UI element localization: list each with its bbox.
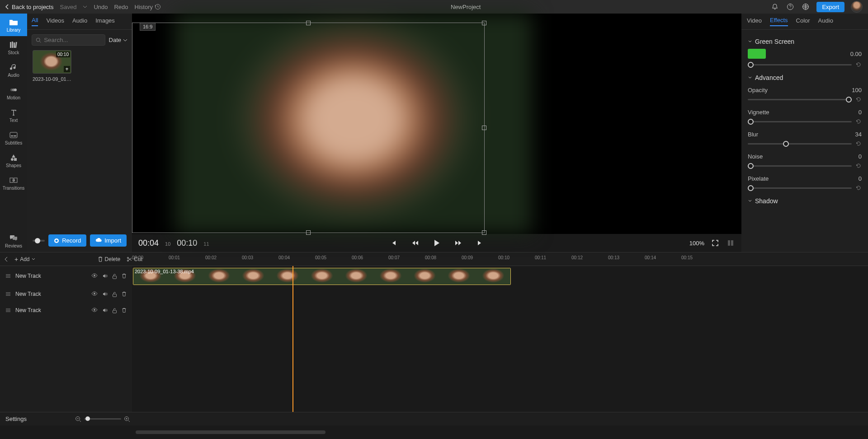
record-button[interactable]: Record [48,234,86,247]
sort-dropdown[interactable]: Date [109,37,127,43]
noise-slider[interactable] [748,165,852,167]
lib-tab-all[interactable]: All [32,17,38,26]
reset-button[interactable] [855,118,862,125]
forward-button[interactable] [454,238,463,248]
trash-icon[interactable] [122,273,127,279]
back-to-projects[interactable]: Back to projects [5,4,54,10]
track-name[interactable]: New Track [15,307,41,313]
vignette-slider[interactable] [748,121,852,122]
skip-start-button[interactable] [389,238,398,248]
sidebar-item-library[interactable]: Library [0,14,27,36]
history-button[interactable]: History [135,4,161,10]
green-screen-swatch[interactable] [748,49,766,59]
sidebar-item-audio[interactable]: Audio [0,59,27,81]
track-name[interactable]: New Track [15,291,41,297]
lock-icon[interactable] [112,273,117,279]
sidebar-item-subtitles[interactable]: Subtitles [0,126,27,149]
preview-canvas[interactable]: 16:9 [132,14,741,234]
rp-tab-video[interactable]: Video [747,17,762,26]
lock-icon[interactable] [112,291,117,297]
shadow-section[interactable]: Shadow [748,197,862,205]
reset-button[interactable] [855,163,862,169]
track-name[interactable]: New Track [15,273,41,279]
lock-icon[interactable] [112,308,117,313]
rewind-button[interactable] [410,238,420,248]
sidebar-item-transitions[interactable]: Transitions [0,172,27,194]
mute-icon[interactable] [102,273,108,279]
lib-tab-videos[interactable]: Videos [46,17,64,26]
resize-handle-bottom[interactable] [306,230,311,235]
sidebar-item-shapes[interactable]: Shapes [0,149,27,172]
zoom-out-icon[interactable] [75,416,81,422]
rp-tab-color[interactable]: Color [796,17,810,26]
saved-dropdown-icon[interactable] [83,5,87,8]
trash-icon[interactable] [122,291,127,297]
thumbnail-zoom-slider[interactable] [33,240,45,242]
drag-handle-icon[interactable] [5,308,11,313]
fullscreen-button[interactable] [711,238,720,248]
lib-tab-images[interactable]: Images [95,17,115,26]
sidebar-item-motion[interactable]: Motion [0,81,27,104]
opacity-slider[interactable] [748,99,852,100]
preview-zoom[interactable]: 100% [689,240,704,247]
timeline-clip[interactable]: 2023-10-09_01-13-38.mp4 [133,268,511,285]
sidebar-item-reviews[interactable]: Reviews [0,229,27,252]
playhead[interactable] [292,266,293,412]
reset-button[interactable] [855,61,862,68]
rp-tab-audio[interactable]: Audio [818,17,833,26]
search-input[interactable] [44,37,101,43]
resize-handle-top[interactable] [306,21,311,25]
play-button[interactable] [432,238,441,248]
language-icon[interactable] [801,2,810,11]
drag-handle-icon[interactable] [5,292,11,296]
green-screen-slider[interactable] [748,64,852,65]
timeline-back[interactable] [5,257,8,262]
reset-button[interactable] [855,185,862,191]
timeline-scrollbar[interactable] [136,430,326,434]
zoom-in-icon[interactable] [124,416,130,422]
timeline-ruler[interactable]: 00:0000:0100:0200:0300:0400:0500:0600:07… [132,252,862,266]
timeline-zoom-slider[interactable] [84,418,121,420]
chevron-left-icon [5,4,9,9]
redo-button[interactable]: Redo [114,4,128,10]
blur-slider[interactable] [748,143,852,145]
undo-button[interactable]: Undo [94,4,108,10]
resize-handle-br[interactable] [482,230,486,235]
add-track-button[interactable]: +Add [14,256,35,263]
drag-handle-icon[interactable] [5,274,11,278]
selection-outline[interactable] [132,23,485,233]
sidebar-item-text[interactable]: Text [0,104,27,126]
help-icon[interactable] [786,2,795,11]
resize-handle-right[interactable] [482,126,486,130]
reset-button[interactable] [855,140,862,147]
advanced-section[interactable]: Advanced [748,74,862,81]
mute-icon[interactable] [102,308,108,313]
add-to-timeline-button[interactable]: + [64,66,70,72]
visibility-icon[interactable] [91,308,98,312]
lib-tab-audio[interactable]: Audio [72,17,87,26]
track-header-2: New Track [0,286,132,302]
compare-button[interactable] [726,238,735,248]
sidebar-item-stock[interactable]: Stock [0,36,27,59]
user-avatar[interactable] [851,1,863,13]
green-screen-section[interactable]: Green Screen [748,38,862,45]
skip-end-button[interactable] [476,238,485,248]
timeline-footer: Settings [0,412,868,425]
import-button[interactable]: Import [90,234,127,247]
visibility-icon[interactable] [91,273,98,278]
tracks-content[interactable]: 2023-10-09_01-13-38.mp4 [132,266,868,412]
reset-button[interactable] [855,96,862,103]
export-button[interactable]: Export [816,2,844,12]
pixelate-slider[interactable] [748,187,852,189]
delete-button[interactable]: Delete [98,256,121,262]
library-search-row: Date [27,30,132,50]
trash-icon[interactable] [122,308,127,313]
visibility-icon[interactable] [91,291,98,296]
rp-tab-effects[interactable]: Effects [770,17,788,26]
settings-button[interactable]: Settings [5,416,27,422]
notifications-icon[interactable] [770,2,779,11]
media-thumbnail[interactable]: 00:10 + 2023-10-09_01-13... [33,50,72,82]
mute-icon[interactable] [102,291,108,297]
resize-handle-tr[interactable] [482,21,486,25]
search-input-wrap[interactable] [32,34,105,46]
